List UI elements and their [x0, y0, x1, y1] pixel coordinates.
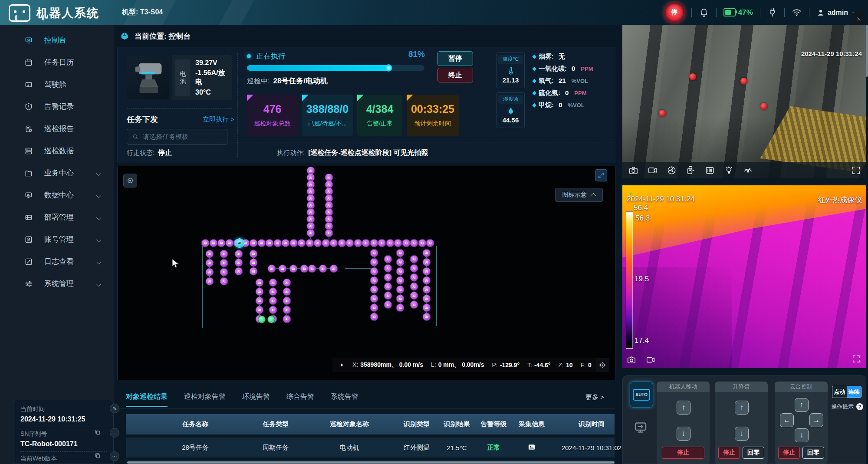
inspection-point-node[interactable]: AI [283, 297, 291, 305]
light-icon[interactable] [724, 165, 734, 175]
camera-icon[interactable] [628, 165, 638, 175]
thermal-snapshot-icon[interactable] [627, 355, 636, 365]
inspection-point-node[interactable]: AI [206, 268, 214, 276]
help-icon[interactable]: ? [856, 403, 863, 410]
inspection-point-node[interactable]: AI [330, 265, 338, 273]
inspection-point-node[interactable]: AI [386, 239, 394, 247]
inspection-point-node[interactable]: AI [300, 265, 309, 273]
inspection-point-node[interactable]: AI [308, 265, 316, 273]
inspection-point-node[interactable]: AI [269, 288, 277, 296]
arrow-up-button[interactable]: ↑ [735, 401, 749, 415]
inspection-point-node[interactable]: AI [289, 265, 298, 273]
inspection-point-node[interactable]: AI [378, 239, 386, 247]
zero-button[interactable]: 回零 [802, 447, 824, 459]
emergency-stop-button[interactable]: 停 [664, 3, 684, 23]
sidebar-item-data[interactable]: 巡检数据 [0, 140, 114, 162]
fullscreen-icon[interactable] [851, 165, 861, 175]
visible-camera-feed[interactable]: 2024-11-29 10:31:24 [622, 25, 866, 178]
inspection-point-node[interactable]: AI [384, 292, 392, 300]
arrow-up-button[interactable]: ↑ [795, 398, 809, 412]
inspection-point-node[interactable]: AI [298, 239, 306, 247]
map-expand-button[interactable] [595, 169, 607, 181]
user-menu[interactable]: admin [816, 8, 857, 17]
sidebar-item-folder[interactable]: 业务中心 [0, 162, 114, 184]
more-link[interactable]: 更多 > [585, 393, 604, 401]
inspection-point-node[interactable]: AI [319, 265, 327, 273]
robot-current-node[interactable]: AI [235, 238, 244, 248]
fan-icon[interactable] [667, 165, 677, 175]
inspection-point-node[interactable]: AI [423, 313, 431, 321]
inspection-point-node[interactable]: AI [330, 239, 338, 247]
arrow-down-button[interactable]: ↓ [735, 427, 749, 441]
inspection-point-node[interactable]: AI [217, 239, 226, 247]
inspection-point-node[interactable]: AI [250, 267, 258, 276]
stop-button[interactable]: 停止 [718, 447, 740, 459]
close-overlay-button[interactable] [852, 12, 866, 25]
inspection-point-node[interactable]: AI [362, 239, 370, 247]
inspection-point-node[interactable]: AI [423, 276, 431, 285]
tab-1[interactable]: 巡检对象告警 [184, 392, 226, 407]
play-icon[interactable] [339, 362, 345, 368]
inspection-point-node[interactable]: AI [410, 283, 418, 291]
inspection-point-node[interactable]: AI [384, 283, 392, 291]
inspection-point-node[interactable]: AI [370, 239, 378, 247]
inspection-point-node[interactable]: AI [206, 277, 214, 286]
charge-point-node[interactable] [267, 316, 275, 323]
sidebar-item-report[interactable]: 巡检报告 [0, 118, 114, 140]
tab-0[interactable]: 对象巡检结果 [126, 392, 168, 407]
thermal-camera-feed[interactable]: + 2024-11-29 10:31:24 红外热成像仪 56.4 56.3 1… [622, 185, 866, 368]
inspection-point-node[interactable]: AI [266, 239, 274, 247]
inspection-point-node[interactable]: AI [394, 239, 402, 247]
inspection-point-node[interactable]: AI [282, 239, 290, 247]
inspection-point-node[interactable]: AI [273, 239, 282, 247]
horizontal-scrollbar[interactable] [127, 461, 615, 464]
inspection-map[interactable]: AIAIAIAIAIAIAIAIAIAIAIAIAIAIAIAIAIAIAIAI… [117, 166, 615, 380]
inspection-point-node[interactable]: AI [370, 304, 378, 312]
jog-continuous-toggle[interactable]: 点动 连续 [832, 386, 861, 398]
tab-3[interactable]: 综合告警 [286, 392, 314, 407]
inspection-point-node[interactable]: AI [209, 239, 217, 247]
wifi-icon[interactable] [792, 7, 802, 18]
inspection-point-node[interactable]: AI [283, 288, 291, 296]
zero-button[interactable]: 回零 [743, 447, 764, 459]
inspection-point-node[interactable]: AI [269, 297, 277, 305]
inspection-point-node[interactable]: AI [306, 239, 314, 247]
arrow-up-button[interactable]: ↑ [677, 401, 690, 415]
inspection-point-node[interactable]: AI [423, 295, 431, 303]
inspection-point-node[interactable]: AI [384, 255, 392, 263]
inspection-point-node[interactable]: AI [289, 239, 298, 247]
inspection-point-node[interactable]: AI [279, 265, 287, 273]
map-locate-button[interactable] [596, 358, 609, 372]
inspection-point-node[interactable]: AI [225, 239, 233, 247]
auto-mode-button[interactable]: AUTO [630, 382, 653, 408]
inspection-point-node[interactable]: AI [220, 268, 228, 276]
tab-2[interactable]: 环境告警 [242, 392, 270, 407]
sidebar-item-system[interactable]: 系统管理 [0, 273, 114, 295]
levels-icon[interactable] [705, 165, 715, 175]
inspection-point-node[interactable]: AI [410, 273, 418, 282]
inspection-point-node[interactable]: AI [396, 276, 404, 285]
inspection-point-node[interactable]: AI [370, 276, 378, 285]
inspection-point-node[interactable]: AI [322, 239, 330, 247]
mode-continuous[interactable]: 连续 [847, 386, 861, 398]
inspection-point-node[interactable]: AI [269, 306, 277, 314]
inspection-point-node[interactable]: AI [307, 229, 315, 237]
inspection-point-node[interactable]: AI [410, 264, 418, 273]
arrow-left-button[interactable]: ← [780, 413, 794, 427]
stop-button[interactable]: 停止 [778, 447, 800, 459]
inspection-point-node[interactable]: AI [396, 304, 404, 312]
sidebar-item-console[interactable]: 控制台 [0, 29, 114, 51]
inspection-point-node[interactable]: AI [256, 279, 264, 287]
inspection-point-node[interactable]: AI [370, 267, 378, 276]
inspection-point-node[interactable]: AI [220, 250, 228, 258]
sidebar-item-deploy[interactable]: 部署管理 [0, 206, 114, 228]
inspection-point-node[interactable]: AI [206, 250, 214, 258]
inspection-point-node[interactable]: AI [257, 239, 266, 247]
inspection-point-node[interactable]: AI [396, 267, 404, 276]
inspection-point-node[interactable]: AI [250, 259, 258, 267]
stop-button[interactable]: 停止 [662, 447, 704, 459]
inspection-point-node[interactable]: AI [384, 301, 392, 309]
inspection-point-node[interactable]: AI [256, 306, 264, 314]
inspection-point-node[interactable]: AI [283, 279, 291, 287]
inspection-point-node[interactable]: AI [283, 306, 291, 314]
